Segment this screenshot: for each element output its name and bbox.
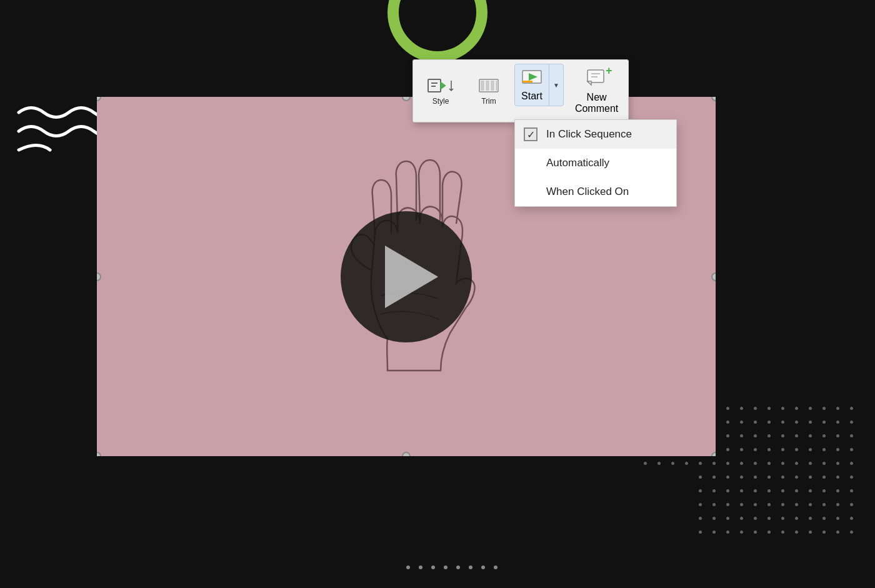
svg-rect-6 (486, 81, 489, 91)
check-when-clicked-on (524, 185, 538, 199)
when-clicked-on-label: When Clicked On (546, 186, 629, 198)
toolbar: Style Trim (412, 59, 629, 122)
start-dropdown-menu: ✓ In Click Sequence Automatically When C… (514, 119, 677, 207)
svg-rect-7 (491, 81, 494, 91)
start-label: Start (521, 91, 542, 102)
style-button[interactable]: Style (418, 64, 463, 118)
check-automatically (524, 156, 538, 170)
start-container: Start ▼ ✓ In Click Sequence Automaticall… (514, 64, 564, 118)
svg-rect-12 (588, 70, 604, 82)
play-button[interactable] (341, 211, 472, 342)
dropdown-item-automatically[interactable]: Automatically (515, 149, 676, 177)
style-icon (427, 77, 454, 94)
handle-bottom-center[interactable] (402, 452, 411, 456)
start-button[interactable]: Start (515, 64, 549, 106)
start-icon (521, 68, 542, 88)
handle-middle-right[interactable] (711, 272, 716, 281)
plus-badge-icon: + (606, 65, 612, 76)
trim-button[interactable]: Trim (467, 64, 511, 118)
svg-marker-3 (441, 82, 446, 89)
dropdown-item-when-clicked-on[interactable]: When Clicked On (515, 177, 676, 206)
svg-rect-5 (481, 81, 484, 91)
start-dropdown-arrow[interactable]: ▼ (549, 64, 563, 106)
new-comment-icon: + (586, 67, 608, 91)
svg-rect-11 (522, 81, 532, 82)
style-label: Style (432, 97, 449, 106)
play-triangle-icon (385, 246, 438, 308)
trim-icon (478, 77, 499, 94)
svg-rect-8 (496, 81, 498, 91)
automatically-label: Automatically (546, 157, 609, 169)
caret-icon: ▼ (553, 82, 559, 89)
in-click-sequence-label: In Click Sequence (546, 128, 632, 141)
check-in-click-sequence: ✓ (524, 127, 538, 141)
trim-label: Trim (481, 97, 496, 106)
new-comment-button[interactable]: + New Comment (568, 64, 626, 118)
comment-label: Comment (575, 103, 618, 114)
start-button-wrap[interactable]: Start ▼ (514, 64, 564, 106)
dropdown-item-in-click-sequence[interactable]: ✓ In Click Sequence (515, 120, 676, 149)
new-label: New (587, 92, 607, 103)
video-dots-row (406, 566, 498, 569)
